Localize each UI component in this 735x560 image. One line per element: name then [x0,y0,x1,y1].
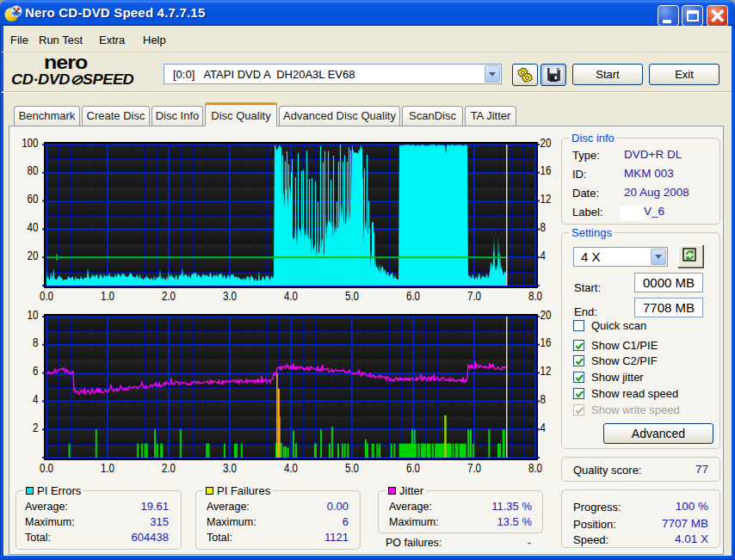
svg-text:3.0: 3.0 [223,461,237,476]
svg-text:20: 20 [540,135,552,150]
svg-text:4.0: 4.0 [284,289,298,304]
svg-text:40: 40 [28,220,39,235]
svg-text:5.0: 5.0 [345,461,359,476]
svg-text:20: 20 [540,307,552,322]
svg-text:4: 4 [33,392,38,407]
svg-text:4: 4 [540,248,546,262]
svg-text:12: 12 [540,192,552,206]
svg-text:16: 16 [540,163,552,178]
svg-text:7.0: 7.0 [467,289,481,304]
svg-text:5.0: 5.0 [345,289,359,304]
svg-text:4.0: 4.0 [284,461,298,476]
svg-text:8: 8 [540,392,546,407]
svg-text:2.0: 2.0 [162,289,176,304]
svg-text:4: 4 [540,420,546,434]
svg-text:8: 8 [33,335,38,350]
svg-text:1.0: 1.0 [101,289,114,304]
svg-text:80: 80 [28,163,39,178]
svg-text:1.0: 1.0 [101,461,114,476]
svg-text:60: 60 [28,192,39,206]
svg-text:6.0: 6.0 [406,461,420,476]
svg-text:6.0: 6.0 [406,289,420,304]
svg-text:0.0: 0.0 [40,289,53,304]
svg-text:100: 100 [22,135,38,150]
svg-text:10: 10 [28,307,39,322]
svg-text:3.0: 3.0 [223,289,237,304]
svg-text:2: 2 [33,420,38,434]
svg-text:8: 8 [540,220,546,235]
svg-text:8.0: 8.0 [528,461,542,476]
svg-text:0.0: 0.0 [40,461,53,476]
svg-text:8.0: 8.0 [528,289,542,304]
svg-text:2.0: 2.0 [162,461,176,476]
svg-text:12: 12 [540,364,552,378]
svg-text:20: 20 [28,248,39,262]
svg-text:7.0: 7.0 [467,461,481,476]
svg-text:16: 16 [540,335,552,350]
svg-text:6: 6 [33,364,38,378]
